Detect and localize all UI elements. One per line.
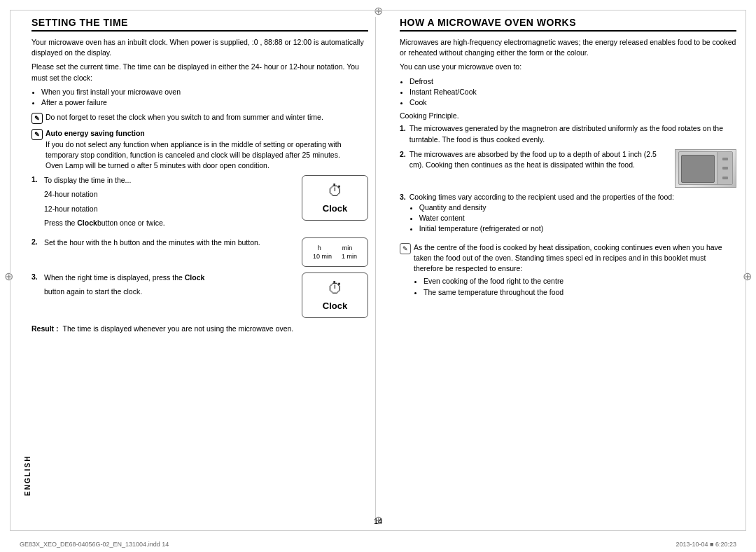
- right-step2-content: The microwaves are absorbed by the food …: [410, 149, 736, 188]
- note-block-1: ✎ Do not forget to reset the clock when …: [31, 112, 368, 124]
- footer-left: GE83X_XEO_DE68-04056G-02_EN_131004.indd …: [20, 541, 169, 548]
- step1-number: 1.: [31, 175, 40, 232]
- step-2: 2. Set the hour with the h button and th…: [31, 237, 368, 267]
- step2-text-wrap: Set the hour with the h button and the m…: [44, 237, 295, 251]
- use-defrost: Defrost: [410, 76, 736, 87]
- step3-number: 3.: [31, 272, 40, 318]
- step1-content: To display the time in the... 24-hour no…: [44, 175, 368, 232]
- step-3: 3. When the right time is displayed, pre…: [31, 272, 368, 318]
- footer-right: 2013-10-04 ■ 6:20:23: [676, 541, 736, 548]
- microwave-panel: [717, 152, 732, 184]
- time-labels-row: h min: [313, 244, 357, 251]
- step3-pre-text: When the right time is displayed, press …: [44, 273, 183, 282]
- note-text-1: Do not forget to reset the clock when yo…: [46, 112, 368, 123]
- clock-icon-1: ⏱: [328, 182, 343, 200]
- step2-layout: Set the hour with the h button and the m…: [44, 237, 368, 267]
- right-step1-content: The microwaves generated by the magnetro…: [410, 123, 736, 144]
- right-steps: 1. The microwaves generated by the magne…: [400, 123, 736, 237]
- right-note-block: ✎ As the centre of the food is cooked by…: [400, 242, 736, 301]
- step2-content: Set the hour with the h button and the m…: [44, 237, 368, 267]
- note-icon-1: ✎: [31, 113, 43, 124]
- note-bullets: Even cooking of the food right to the ce…: [424, 276, 736, 297]
- right-step3-num: 3.: [400, 192, 406, 238]
- step3-bullet-3: Initial temperature (refrigerated or not…: [419, 223, 736, 234]
- right-step3-text: Cooking times vary according to the reci…: [410, 193, 674, 201]
- note-text-2: Auto energy saving function If you do no…: [46, 128, 368, 171]
- intro-text-2: Please set the current time. The time ca…: [31, 62, 368, 83]
- right-step-3: 3. Cooking times vary according to the r…: [400, 192, 736, 238]
- time-display-box[interactable]: h min 10 min 1 min: [302, 237, 368, 267]
- microwave-image: [675, 149, 736, 188]
- time-spacer: [328, 244, 335, 251]
- right-column: HOW A MICROWAVE OVEN WORKS Microwaves ar…: [397, 17, 736, 524]
- right-step2-num: 2.: [400, 149, 406, 188]
- step1-layout: To display the time in the... 24-hour no…: [44, 175, 368, 232]
- right-step1-text: The microwaves generated by the magnetro…: [410, 124, 723, 143]
- note-bullet-1: Even cooking of the food right to the ce…: [424, 276, 736, 287]
- microwave-window: [681, 155, 715, 183]
- step2-with-image: The microwaves are absorbed by the food …: [410, 149, 736, 188]
- step1-sub3: Press the Clockbutton once or twice.: [44, 218, 295, 228]
- step3-layout: When the right time is displayed, press …: [44, 272, 368, 318]
- clock-icon-2: ⏱: [328, 280, 343, 298]
- note2-body2: Oven Lamp will be turned o after 5 minut…: [46, 161, 270, 170]
- step1-main-text: To display the time in the...: [44, 175, 295, 186]
- right-step-2: 2. The microwaves are absorbed by the fo…: [400, 149, 736, 188]
- right-step3-content: Cooking times vary according to the reci…: [410, 192, 736, 238]
- clock-label-1: Clock: [323, 203, 347, 214]
- step-1: 1. To display the time in the... 24-hour…: [31, 175, 368, 232]
- step1-sub1: 24-hour notation: [44, 189, 295, 200]
- min-label-header: min: [342, 244, 353, 251]
- step3-text: When the right time is displayed, press …: [44, 272, 295, 283]
- step3-content: When the right time is displayed, press …: [44, 272, 368, 318]
- bullet-item: After a power failure: [41, 97, 368, 108]
- uses-bullets: Defrost Instant Reheat/Cook Cook: [410, 76, 736, 109]
- step3-bullet-2: Water content: [419, 213, 736, 223]
- clock-box-1[interactable]: ⏱ Clock: [302, 175, 368, 221]
- time-display-inner: h min 10 min 1 min: [313, 244, 357, 260]
- mw-btn-3: [722, 177, 728, 179]
- clock-label-2: Clock: [323, 301, 347, 311]
- right-note-body: As the centre of the food is cooked by h…: [414, 243, 722, 272]
- right-step2-text: The microwaves are absorbed by the food …: [410, 149, 669, 188]
- note2-title: Auto energy saving function: [46, 129, 145, 137]
- h-label: h: [318, 244, 321, 251]
- two-columns: SETTING THE TIME Your microwave oven has…: [31, 17, 736, 524]
- note-icon-2: ✎: [31, 129, 43, 140]
- min-value: 1 min: [342, 253, 357, 260]
- step1-sub2: 12-hour notation: [44, 204, 295, 214]
- intro-bullets: When you first install your microwave ov…: [41, 87, 368, 108]
- page-number: 14: [374, 517, 382, 525]
- you-can-text: You can use your microwave oven to:: [400, 62, 736, 72]
- step2-text: Set the hour with the h button and the m…: [44, 237, 295, 248]
- step1-press-text2: button once or twice.: [97, 219, 165, 227]
- note-bullet-2: The same temperature throughout the food: [424, 287, 736, 298]
- left-section-title: SETTING THE TIME: [31, 17, 368, 32]
- step1-press-text: Press the: [44, 219, 77, 227]
- step3-text2: button again to start the clock.: [44, 287, 295, 297]
- note-block-2: ✎ Auto energy saving function If you do …: [31, 128, 368, 171]
- right-intro: Microwaves are high-frequency electromag…: [400, 37, 736, 58]
- step3-sub-bullets: Quantity and density Water content Initi…: [419, 202, 736, 235]
- step1-texts: To display the time in the... 24-hour no…: [44, 175, 295, 232]
- note2-body: If you do not select any function when a…: [46, 140, 342, 159]
- use-reheat: Instant Reheat/Cook: [410, 87, 736, 97]
- right-note-icon: ✎: [400, 243, 411, 254]
- step3-clock-bold: Clock: [185, 273, 205, 282]
- main-content: ENGLISH SETTING THE TIME Your microwave …: [20, 17, 736, 524]
- right-step-1: 1. The microwaves generated by the magne…: [400, 123, 736, 144]
- intro-text-1: Your microwave oven has an inbuilt clock…: [31, 37, 368, 58]
- use-cook: Cook: [410, 97, 736, 108]
- right-note-text: As the centre of the food is cooked by h…: [414, 242, 736, 301]
- result-label: Result :: [31, 324, 59, 334]
- left-column: SETTING THE TIME Your microwave oven has…: [31, 17, 376, 524]
- step1-clock-bold: Clock: [77, 219, 97, 227]
- right-section-title: HOW A MICROWAVE OVEN WORKS: [400, 17, 736, 32]
- clock-box-2[interactable]: ⏱ Clock: [302, 272, 368, 318]
- result-block: Result : The time is displayed whenever …: [31, 324, 368, 334]
- step3-bullet-1: Quantity and density: [419, 202, 736, 213]
- side-label: ENGLISH: [20, 17, 31, 524]
- right-step1-num: 1.: [400, 123, 406, 144]
- cooking-principle: Cooking Principle.: [400, 111, 736, 120]
- result-text: The time is displayed whenever you are n…: [63, 324, 294, 334]
